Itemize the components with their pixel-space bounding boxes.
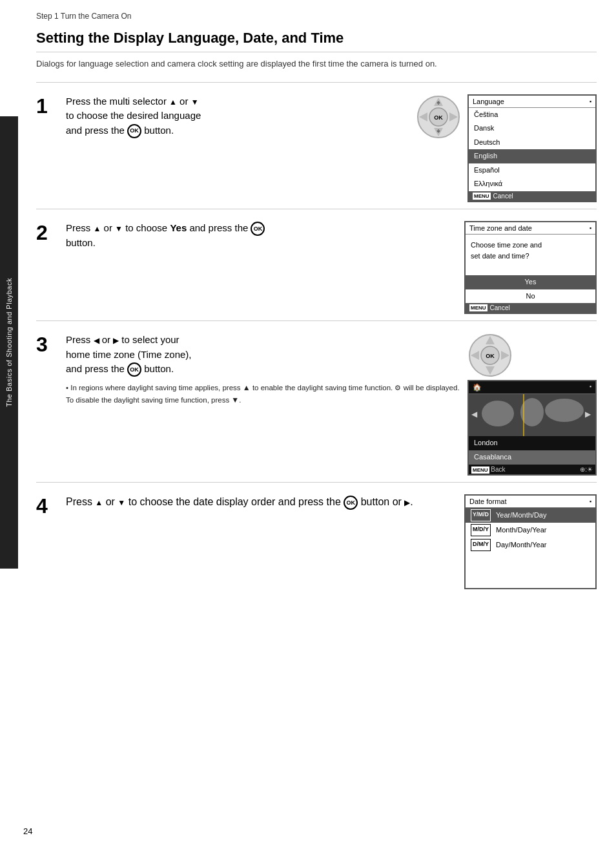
date-format-ymd: Y/M/D Year/Month/Day [466,508,595,523]
date-screen-title: Date format [469,498,506,505]
date-screen-title-bar: Date format ▪ [466,496,595,508]
svg-text:OK: OK [486,353,495,359]
bullet-arrow-down: ▼ [231,395,239,404]
step4-arrow-up-icon: ▲ [95,498,103,507]
screen-title-bar: Language ▪ [469,96,595,108]
dmy-label: Day/Month/Year [496,539,546,551]
bullet-arrow-up: ▲ [243,383,251,392]
step-3-number: 3 [36,334,56,355]
mdy-tag: M/D/Y [471,524,491,536]
map-footer-left: MENU Back [471,466,506,473]
ymd-label: Year/Month/Day [496,509,546,521]
step3-arrow-right-icon: ▶ [113,336,119,345]
screen-footer-lang: MENU Cancel [469,191,595,201]
bullet-dot: • [66,384,68,392]
step-1-text: Press the multi selector ▲ or ▼ to choos… [66,94,409,203]
step-4-instruction: Press ▲ or ▼ to choose the date display … [66,494,458,510]
arrow-down-icon: ▼ [191,98,199,107]
menu-icon: MENU [473,193,491,200]
ok-button-icon: OK [127,124,141,138]
step3-ok-icon: OK [127,362,141,377]
step-4-text: Press ▲ or ▼ to choose the date display … [66,494,458,589]
tz-description: Choose time zone andset date and time? [466,235,595,269]
step-1-right: OK Language ▪ [416,94,597,203]
date-conn-icon: ▪ [590,498,591,505]
step-header: Step 1 Turn the Camera On [36,12,597,23]
lang-item-english: English [469,149,595,163]
svg-point-14 [482,401,514,426]
date-screen-spacer [466,552,595,588]
step3-selector-image: OK [467,333,509,375]
map-conn-icon: ▪ [590,383,591,392]
step-3-section: 3 Press ◀ or ▶ to select your home time … [36,320,597,482]
map-footer-right: ⊕:☀ [580,466,593,473]
tz-footer: MENU Cancel [466,303,595,313]
step2-ok-icon: OK [251,222,265,236]
step-2-row: Press ▲ or ▼ to choose Yes and press the… [66,221,597,314]
step2-arrow-down-icon: ▼ [115,224,123,233]
cancel-label: Cancel [493,193,513,200]
home-icon-label: 🏠 [473,383,482,392]
screen-title: Language [473,98,504,105]
tz-cancel-label: Cancel [490,304,510,311]
step4-ok-icon: OK [344,496,358,510]
arrow-up-icon: ▲ [169,98,177,107]
sidebar-label: The Basics of Shooting and Playback [5,278,13,407]
step-3-right: OK 🏠 ▪ [467,333,597,476]
step-2-number: 2 [36,222,56,243]
tz-screen-title-bar: Time zone and date ▪ [466,222,595,235]
multi-selector-image: OK [416,94,461,140]
step-2-right: Time zone and date ▪ Choose time zone an… [464,221,597,314]
city-london: London [469,436,595,450]
tz-no: No [466,289,595,304]
main-content: Step 1 Turn the Camera On Setting the Di… [23,0,616,615]
step4-arrow-right-icon: ▶ [404,498,410,507]
tz-screen-title: Time zone and date [469,224,532,232]
step-1-number: 1 [36,96,56,116]
dmy-tag: D/M/Y [471,539,491,551]
step-1-section: 1 Press the multi selector ▲ or ▼ to cho… [36,82,597,209]
map-area: ◀ ▶ [469,394,595,436]
step-2-section: 2 Press ▲ or ▼ to choose Yes and press t… [36,209,597,320]
page-number: 24 [23,826,32,836]
map-screen: 🏠 ▪ [467,380,597,476]
subtitle: Dialogs for language selection and camer… [36,58,597,70]
tz-yes: Yes [466,275,595,289]
lang-item-greek: Ελληνικά [469,177,595,191]
step2-arrow-up-icon: ▲ [94,224,101,233]
step4-arrow-down-icon: ▼ [118,498,125,507]
map-title-bar: 🏠 ▪ [469,381,595,394]
lang-item-deutsch: Deutsch [469,136,595,150]
step-4-right: Date format ▪ Y/M/D Year/Month/Day M/D/Y… [464,494,597,589]
timezone-date-screen: Time zone and date ▪ Choose time zone an… [464,221,597,314]
step-2-text: Press ▲ or ▼ to choose Yes and press the… [66,221,458,314]
step-3-row: Press ◀ or ▶ to select your home time zo… [66,333,597,476]
step-1-instruction: Press the multi selector ▲ or ▼ to choos… [66,94,409,138]
svg-text:◀: ◀ [471,410,478,419]
ymd-tag: Y/M/D [471,509,491,521]
tz-menu-icon: MENU [469,304,488,311]
tz-conn-icon: ▪ [590,225,591,231]
sidebar: The Basics of Shooting and Playback [0,116,18,569]
step-3-text: Press ◀ or ▶ to select your home time zo… [66,333,461,406]
lang-item-espanol: Español [469,163,595,178]
back-label: Back [491,466,505,473]
step-3-bullet: • In regions where daylight saving time … [66,382,461,406]
map-menu-icon: MENU [471,466,489,474]
svg-text:OK: OK [434,114,443,121]
step-3-instruction: Press ◀ or ▶ to select your home time zo… [66,333,461,377]
svg-point-15 [545,399,584,422]
lang-item-dansk: Dansk [469,121,595,136]
date-format-screen: Date format ▪ Y/M/D Year/Month/Day M/D/Y… [464,494,597,589]
svg-text:▶: ▶ [585,410,591,419]
tz-spacer [466,269,595,275]
page-title: Setting the Display Language, Date, and … [36,30,597,52]
lang-item-cestina: Čeština [469,108,595,122]
date-format-mdy: M/D/Y Month/Day/Year [466,523,595,538]
city-casablanca: Casablanca [469,450,595,465]
step-4-row: Press ▲ or ▼ to choose the date display … [66,494,597,589]
screen-conn-icon: ▪ [590,98,591,105]
dst-icon: ⚙ [395,383,401,393]
step-4-number: 4 [36,496,56,516]
step-2-instruction: Press ▲ or ▼ to choose Yes and press the… [66,221,458,251]
